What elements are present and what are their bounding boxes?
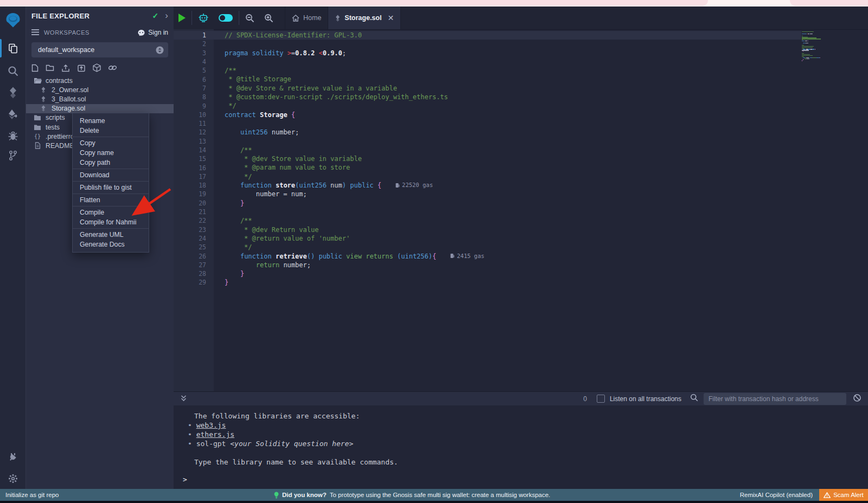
terminal-line: The following libraries are accessible: — [174, 411, 868, 421]
solidity-icon — [39, 96, 48, 102]
menu-item-copy-path[interactable]: Copy path — [73, 158, 149, 167]
upload-folder-icon[interactable] — [77, 64, 86, 72]
upload-file-icon[interactable] — [61, 64, 70, 72]
minimap[interactable] — [802, 31, 851, 61]
menu-item-rename[interactable]: Rename — [73, 116, 149, 126]
code-line-18: 18 function store(uint256 num) public {2… — [174, 181, 801, 190]
scam-alert-button[interactable]: Scam Alert — [819, 489, 868, 501]
terminal-prompt[interactable]: > — [183, 475, 187, 483]
cube-icon[interactable] — [93, 63, 101, 72]
menu-item-download[interactable]: Download — [73, 170, 149, 180]
terminal-header: 0 Listen on all transactions — [174, 391, 868, 405]
line-number: 21 — [174, 208, 214, 216]
menu-item-copy-name[interactable]: Copy name — [73, 148, 149, 158]
folder-open-icon — [33, 78, 42, 84]
did-you-know-tip: Did you know? To prototype using the Gno… — [274, 489, 550, 501]
line-number: 28 — [174, 270, 214, 278]
search-transactions-icon[interactable] — [690, 394, 698, 404]
chevron-right-icon[interactable]: › — [165, 13, 168, 18]
zoom-out-icon — [245, 14, 254, 23]
line-number: 11 — [174, 120, 214, 127]
menu-item-delete[interactable]: Delete — [73, 126, 149, 136]
close-tab-icon[interactable]: ✕ — [387, 14, 394, 22]
deploy-run-icon[interactable] — [0, 104, 25, 125]
git-icon[interactable] — [0, 145, 25, 166]
solidity-compiler-icon[interactable] — [0, 82, 25, 103]
init-git-repo-button[interactable]: Initialize as git repo — [5, 489, 59, 501]
new-folder-icon[interactable] — [46, 64, 54, 72]
code-line-23: 23 * @dev Return value — [174, 225, 801, 234]
library-link[interactable]: ethers.js — [196, 430, 234, 438]
code-line-14: 14 /** — [174, 146, 801, 154]
settings-icon[interactable] — [0, 468, 25, 489]
new-file-icon[interactable] — [31, 64, 39, 72]
zoom-out-button[interactable] — [240, 7, 259, 29]
tree-item-3-ballot-sol[interactable]: 3_Ballot.sol — [26, 94, 174, 104]
tab-storage-sol[interactable]: Storage.sol ✕ — [328, 7, 401, 29]
code-line-13: 13 — [174, 137, 801, 146]
hamburger-menu-icon[interactable] — [31, 28, 39, 37]
run-script-button[interactable] — [174, 7, 190, 29]
code-lines: 1// SPDX-License-Identifier: GPL-3.023pr… — [174, 31, 801, 287]
robot-icon — [198, 13, 209, 23]
copilot-toggle[interactable] — [214, 7, 238, 29]
code-line-9: 9 */ — [174, 101, 801, 110]
menu-item-generate-uml[interactable]: Generate UML — [73, 230, 149, 240]
terminal-line: Type the library name to see available c… — [174, 457, 868, 467]
lightbulb-icon — [274, 492, 279, 499]
solidity-file-icon — [335, 15, 341, 22]
code-line-20: 20 } — [174, 199, 801, 208]
tab-home[interactable]: Home — [285, 7, 328, 29]
workspace-name: default_workspace — [38, 46, 156, 54]
tree-item-label: .prettierrc — [46, 133, 74, 140]
folder-icon — [33, 114, 42, 121]
listen-label: Listen on all transactions — [610, 395, 681, 403]
line-number: 25 — [174, 243, 214, 251]
search-icon[interactable] — [0, 61, 25, 81]
sign-in-button[interactable]: Sign in — [137, 29, 168, 36]
tree-item-2-owner-sol[interactable]: 2_Owner.sol — [26, 85, 174, 94]
listen-checkbox[interactable] — [597, 395, 605, 403]
warning-triangle-icon — [824, 492, 831, 498]
page-title: FILE EXPLORER — [31, 12, 152, 20]
tip-title: Did you know? — [282, 492, 327, 498]
top-strip-right-shape — [790, 0, 868, 6]
file-explorer-icon[interactable] — [0, 38, 25, 59]
code-line-16: 16 * @param num value to store — [174, 163, 801, 172]
code-line-8: 8 * @custom:dev-run-script ./scripts/dep… — [174, 93, 801, 101]
remixai-copilot-status[interactable]: RemixAI Copilot (enabled) — [740, 489, 813, 501]
clear-filter-icon[interactable] — [853, 394, 861, 404]
menu-item-generate-docs[interactable]: Generate Docs — [73, 240, 149, 249]
check-icon[interactable]: ✓ — [152, 11, 159, 20]
transaction-filter-input[interactable] — [704, 393, 846, 405]
tree-item-storage-sol[interactable]: Storage.sol — [26, 104, 174, 113]
tree-item-contracts[interactable]: contracts — [26, 76, 174, 85]
library-link[interactable]: web3.js — [196, 421, 226, 429]
code-line-28: 28 } — [174, 269, 801, 278]
workspaces-row: WORKSPACES Sign in — [26, 26, 174, 39]
link-icon[interactable] — [108, 64, 117, 72]
tip-text: To prototype using the Gnosis safe multi… — [330, 492, 551, 498]
zoom-in-button[interactable] — [259, 7, 278, 29]
code-line-5: 5/** — [174, 66, 801, 75]
file-explorer-panel: FILE EXPLORER ✓ › WORKSPACES Sign in def… — [26, 7, 175, 489]
plugin-manager-icon[interactable] — [0, 447, 25, 467]
line-number: 13 — [174, 138, 214, 145]
tree-item-label: scripts — [46, 114, 65, 121]
line-number: 10 — [174, 111, 214, 119]
code-editor[interactable]: 1// SPDX-License-Identifier: GPL-3.023pr… — [174, 29, 868, 391]
ai-copilot-button[interactable] — [193, 7, 214, 29]
editor-tabbar: Home Storage.sol ✕ — [174, 7, 868, 30]
zoom-in-icon — [264, 14, 273, 23]
terminal-output: The following libraries are accessible:•… — [174, 405, 868, 489]
line-number: 22 — [174, 217, 214, 224]
menu-item-copy[interactable]: Copy — [73, 138, 149, 148]
line-number: 23 — [174, 226, 214, 234]
menu-divider — [73, 169, 149, 169]
workspace-select[interactable]: default_workspace — [31, 42, 168, 57]
remix-logo-icon[interactable] — [0, 11, 25, 31]
tree-item-label: Storage.sol — [52, 105, 85, 112]
code-line-24: 24 * @return value of 'number' — [174, 234, 801, 243]
collapse-terminal-icon[interactable] — [180, 394, 187, 404]
debugger-icon[interactable] — [0, 126, 25, 146]
